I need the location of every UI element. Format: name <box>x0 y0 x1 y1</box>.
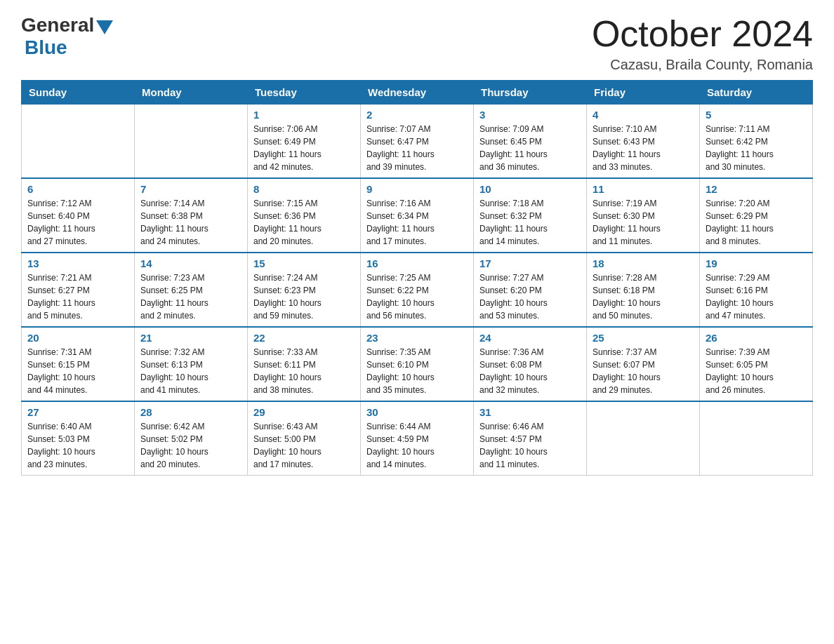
day-of-week-header: Friday <box>587 81 700 105</box>
calendar-cell: 13Sunrise: 7:21 AM Sunset: 6:27 PM Dayli… <box>22 253 135 327</box>
day-number: 9 <box>366 183 468 195</box>
day-number: 5 <box>706 109 807 121</box>
day-number: 15 <box>253 257 355 269</box>
calendar-cell: 29Sunrise: 6:43 AM Sunset: 5:00 PM Dayli… <box>248 401 361 476</box>
calendar-week-row: 27Sunrise: 6:40 AM Sunset: 5:03 PM Dayli… <box>22 401 813 476</box>
calendar-cell: 6Sunrise: 7:12 AM Sunset: 6:40 PM Daylig… <box>22 178 135 253</box>
day-info: Sunrise: 6:44 AM Sunset: 4:59 PM Dayligh… <box>366 420 468 471</box>
calendar-cell: 2Sunrise: 7:07 AM Sunset: 6:47 PM Daylig… <box>361 105 474 179</box>
day-number: 1 <box>253 109 355 121</box>
calendar-cell: 1Sunrise: 7:06 AM Sunset: 6:49 PM Daylig… <box>248 105 361 179</box>
calendar-cell: 26Sunrise: 7:39 AM Sunset: 6:05 PM Dayli… <box>700 327 813 401</box>
calendar-cell: 31Sunrise: 6:46 AM Sunset: 4:57 PM Dayli… <box>474 401 587 476</box>
day-info: Sunrise: 6:40 AM Sunset: 5:03 PM Dayligh… <box>27 420 128 471</box>
day-info: Sunrise: 7:25 AM Sunset: 6:22 PM Dayligh… <box>366 271 468 322</box>
calendar-cell: 21Sunrise: 7:32 AM Sunset: 6:13 PM Dayli… <box>135 327 248 401</box>
day-info: Sunrise: 7:39 AM Sunset: 6:05 PM Dayligh… <box>706 346 807 396</box>
logo-general-text: General <box>21 14 94 36</box>
day-info: Sunrise: 7:16 AM Sunset: 6:34 PM Dayligh… <box>366 197 468 248</box>
day-info: Sunrise: 6:43 AM Sunset: 5:00 PM Dayligh… <box>253 420 355 471</box>
day-number: 13 <box>27 257 128 269</box>
calendar-cell: 20Sunrise: 7:31 AM Sunset: 6:15 PM Dayli… <box>22 327 135 401</box>
day-number: 21 <box>140 332 241 344</box>
day-info: Sunrise: 7:10 AM Sunset: 6:43 PM Dayligh… <box>593 123 694 173</box>
day-info: Sunrise: 7:12 AM Sunset: 6:40 PM Dayligh… <box>27 197 128 248</box>
calendar-cell: 14Sunrise: 7:23 AM Sunset: 6:25 PM Dayli… <box>135 253 248 327</box>
day-info: Sunrise: 7:32 AM Sunset: 6:13 PM Dayligh… <box>140 346 241 396</box>
title-area: October 2024 Cazasu, Braila County, Roma… <box>592 14 813 73</box>
day-info: Sunrise: 7:09 AM Sunset: 6:45 PM Dayligh… <box>479 123 581 173</box>
day-info: Sunrise: 7:24 AM Sunset: 6:23 PM Dayligh… <box>253 271 355 322</box>
day-info: Sunrise: 6:42 AM Sunset: 5:02 PM Dayligh… <box>140 420 241 471</box>
calendar-cell: 10Sunrise: 7:18 AM Sunset: 6:32 PM Dayli… <box>474 178 587 253</box>
calendar-cell: 16Sunrise: 7:25 AM Sunset: 6:22 PM Dayli… <box>361 253 474 327</box>
calendar-cell: 17Sunrise: 7:27 AM Sunset: 6:20 PM Dayli… <box>474 253 587 327</box>
calendar-cell: 19Sunrise: 7:29 AM Sunset: 6:16 PM Dayli… <box>700 253 813 327</box>
calendar-cell: 15Sunrise: 7:24 AM Sunset: 6:23 PM Dayli… <box>248 253 361 327</box>
day-number: 19 <box>706 257 807 269</box>
calendar-cell <box>587 401 700 476</box>
day-number: 14 <box>140 257 241 269</box>
day-number: 8 <box>253 183 355 195</box>
day-of-week-header: Monday <box>135 81 248 105</box>
calendar-cell: 27Sunrise: 6:40 AM Sunset: 5:03 PM Dayli… <box>22 401 135 476</box>
day-number: 22 <box>253 332 355 344</box>
calendar-cell: 28Sunrise: 6:42 AM Sunset: 5:02 PM Dayli… <box>135 401 248 476</box>
day-number: 27 <box>27 406 128 418</box>
day-number: 4 <box>593 109 694 121</box>
calendar-cell: 7Sunrise: 7:14 AM Sunset: 6:38 PM Daylig… <box>135 178 248 253</box>
day-number: 18 <box>593 257 694 269</box>
day-number: 20 <box>27 332 128 344</box>
day-of-week-header: Wednesday <box>361 81 474 105</box>
location-subtitle: Cazasu, Braila County, Romania <box>592 57 813 73</box>
day-info: Sunrise: 7:29 AM Sunset: 6:16 PM Dayligh… <box>706 271 807 322</box>
day-info: Sunrise: 7:21 AM Sunset: 6:27 PM Dayligh… <box>27 271 128 322</box>
calendar-week-row: 1Sunrise: 7:06 AM Sunset: 6:49 PM Daylig… <box>22 105 813 179</box>
logo: General Blue <box>21 14 113 59</box>
calendar-cell: 3Sunrise: 7:09 AM Sunset: 6:45 PM Daylig… <box>474 105 587 179</box>
calendar-cell: 25Sunrise: 7:37 AM Sunset: 6:07 PM Dayli… <box>587 327 700 401</box>
day-number: 17 <box>479 257 581 269</box>
logo-blue-text: Blue <box>25 36 67 59</box>
day-info: Sunrise: 7:20 AM Sunset: 6:29 PM Dayligh… <box>706 197 807 248</box>
calendar-cell: 23Sunrise: 7:35 AM Sunset: 6:10 PM Dayli… <box>361 327 474 401</box>
day-info: Sunrise: 7:23 AM Sunset: 6:25 PM Dayligh… <box>140 271 241 322</box>
day-info: Sunrise: 7:11 AM Sunset: 6:42 PM Dayligh… <box>706 123 807 173</box>
calendar-cell: 30Sunrise: 6:44 AM Sunset: 4:59 PM Dayli… <box>361 401 474 476</box>
day-number: 10 <box>479 183 581 195</box>
day-of-week-header: Tuesday <box>248 81 361 105</box>
day-info: Sunrise: 7:36 AM Sunset: 6:08 PM Dayligh… <box>479 346 581 396</box>
calendar-week-row: 13Sunrise: 7:21 AM Sunset: 6:27 PM Dayli… <box>22 253 813 327</box>
calendar-cell: 8Sunrise: 7:15 AM Sunset: 6:36 PM Daylig… <box>248 178 361 253</box>
day-info: Sunrise: 7:14 AM Sunset: 6:38 PM Dayligh… <box>140 197 241 248</box>
calendar-cell: 9Sunrise: 7:16 AM Sunset: 6:34 PM Daylig… <box>361 178 474 253</box>
day-info: Sunrise: 6:46 AM Sunset: 4:57 PM Dayligh… <box>479 420 581 471</box>
calendar-week-row: 6Sunrise: 7:12 AM Sunset: 6:40 PM Daylig… <box>22 178 813 253</box>
page-header: General Blue October 2024 Cazasu, Braila… <box>21 14 813 73</box>
calendar-cell: 12Sunrise: 7:20 AM Sunset: 6:29 PM Dayli… <box>700 178 813 253</box>
day-info: Sunrise: 7:33 AM Sunset: 6:11 PM Dayligh… <box>253 346 355 396</box>
calendar-table: SundayMondayTuesdayWednesdayThursdayFrid… <box>21 80 813 476</box>
day-number: 3 <box>479 109 581 121</box>
day-info: Sunrise: 7:37 AM Sunset: 6:07 PM Dayligh… <box>593 346 694 396</box>
day-number: 29 <box>253 406 355 418</box>
day-number: 31 <box>479 406 581 418</box>
day-of-week-header: Saturday <box>700 81 813 105</box>
day-number: 24 <box>479 332 581 344</box>
day-number: 7 <box>140 183 241 195</box>
day-number: 11 <box>593 183 694 195</box>
calendar-cell: 24Sunrise: 7:36 AM Sunset: 6:08 PM Dayli… <box>474 327 587 401</box>
day-number: 12 <box>706 183 807 195</box>
day-number: 16 <box>366 257 468 269</box>
day-number: 30 <box>366 406 468 418</box>
day-info: Sunrise: 7:27 AM Sunset: 6:20 PM Dayligh… <box>479 271 581 322</box>
calendar-cell: 11Sunrise: 7:19 AM Sunset: 6:30 PM Dayli… <box>587 178 700 253</box>
calendar-cell <box>700 401 813 476</box>
logo-triangle-icon <box>96 20 113 34</box>
day-info: Sunrise: 7:19 AM Sunset: 6:30 PM Dayligh… <box>593 197 694 248</box>
day-of-week-header: Sunday <box>22 81 135 105</box>
day-info: Sunrise: 7:06 AM Sunset: 6:49 PM Dayligh… <box>253 123 355 173</box>
day-info: Sunrise: 7:18 AM Sunset: 6:32 PM Dayligh… <box>479 197 581 248</box>
day-number: 2 <box>366 109 468 121</box>
day-number: 6 <box>27 183 128 195</box>
